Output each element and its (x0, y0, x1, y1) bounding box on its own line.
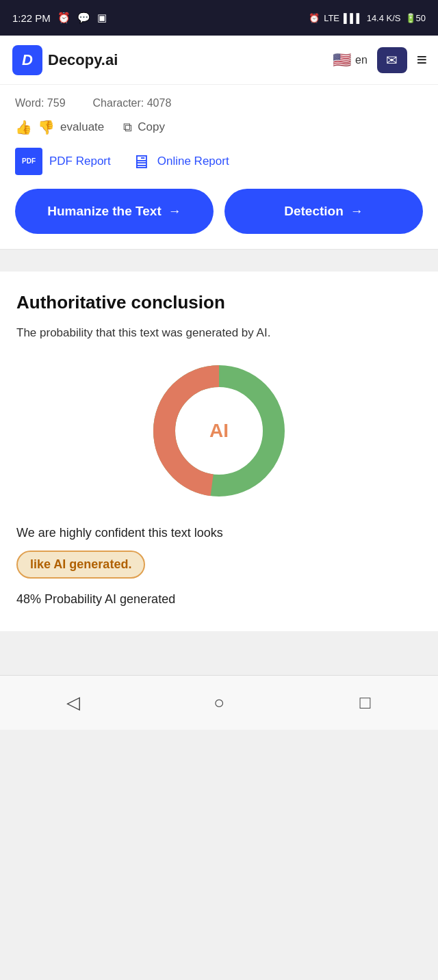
copy-group[interactable]: ⧉ Copy (123, 120, 165, 135)
word-count-row: Word: 759 Character: 4078 (15, 97, 423, 109)
navbar: D Decopy.ai 🇺🇸 en ✉ ≡ (0, 36, 438, 85)
evaluate-label: evaluate (60, 120, 104, 134)
home-icon: ○ (214, 692, 224, 713)
section-gap (0, 250, 438, 272)
lte-indicator: LTE (324, 13, 339, 23)
donut-center-label: AI (209, 420, 229, 442)
status-left: 1:22 PM ⏰ 💬 ▣ (12, 12, 107, 24)
pdf-icon-text: PDF (22, 158, 36, 165)
evaluate-group[interactable]: 👍 👎 evaluate (15, 119, 104, 135)
thumbs-down-icon: 👎 (38, 119, 55, 135)
ai-badge: like AI generated. (16, 551, 145, 579)
confidence-text: We are highly confident this text looks (16, 524, 422, 542)
flag-icon: 🇺🇸 (333, 51, 351, 69)
back-icon: ◁ (66, 692, 80, 713)
mail-icon[interactable]: ✉ (377, 47, 407, 73)
hamburger-menu-icon[interactable]: ≡ (417, 49, 426, 70)
recent-icon: □ (359, 692, 370, 713)
back-button[interactable]: ◁ (53, 689, 94, 716)
nav-right: 🇺🇸 en ✉ ≡ (333, 47, 426, 73)
time-display: 1:22 PM (12, 12, 51, 24)
word-label: Word: (15, 97, 44, 109)
logo-letter: D (22, 51, 33, 69)
monitor-icon: 🖥 (131, 150, 151, 173)
status-bar: 1:22 PM ⏰ 💬 ▣ ⏰ LTE ▌▌▌ 14.4 K/S 🔋50 (0, 0, 438, 36)
whatsapp-icon: 💬 (77, 12, 90, 24)
logo-text: Decopy.ai (48, 51, 118, 69)
signal-bars: ▌▌▌ (344, 13, 363, 23)
report-row: PDF PDF Report 🖥 Online Report (15, 148, 423, 175)
eval-row: 👍 👎 evaluate ⧉ Copy (15, 119, 423, 135)
language-label: en (355, 54, 368, 66)
action-row: Humanize the Text → Detection → (15, 189, 423, 234)
copy-label: Copy (138, 120, 165, 134)
recent-apps-button[interactable]: □ (344, 689, 385, 716)
probability-text: 48% Probability AI generated (16, 592, 422, 607)
pdf-report-button[interactable]: PDF PDF Report (15, 148, 111, 175)
bottom-nav: ◁ ○ □ (0, 675, 438, 730)
online-report-label: Online Report (157, 155, 229, 168)
home-button[interactable]: ○ (198, 689, 240, 716)
donut-chart: AI (151, 362, 287, 499)
conclusion-title: Authoritative conclusion (16, 292, 422, 313)
language-selector[interactable]: 🇺🇸 en (333, 51, 368, 69)
character-count: Character: 4078 (93, 97, 172, 109)
humanize-button[interactable]: Humanize the Text → (15, 189, 214, 234)
detection-button[interactable]: Detection → (224, 189, 423, 234)
alarm-icon-right: ⏰ (309, 13, 320, 23)
alarm-icon: ⏰ (57, 12, 70, 24)
thumbs-up-icon: 👍 (15, 119, 32, 135)
conclusion-card: Authoritative conclusion The probability… (0, 272, 438, 631)
logo-icon: D (12, 45, 42, 75)
detection-label: Detection (284, 204, 344, 219)
pdf-icon: PDF (15, 148, 42, 175)
sim-icon: ▣ (97, 12, 107, 24)
speed-indicator: 14.4 K/S (367, 13, 401, 23)
humanize-label: Humanize the Text (47, 204, 161, 219)
character-value: 4078 (147, 97, 172, 109)
logo-area: D Decopy.ai (12, 45, 118, 75)
top-card: Word: 759 Character: 4078 👍 👎 evaluate ⧉… (0, 85, 438, 250)
section-gap-2 (0, 631, 438, 653)
chart-container: AI (16, 362, 422, 499)
word-count: Word: 759 (15, 97, 66, 109)
pdf-report-label: PDF Report (49, 155, 111, 168)
status-right: ⏰ LTE ▌▌▌ 14.4 K/S 🔋50 (309, 13, 426, 23)
word-value: 759 (47, 97, 66, 109)
character-label: Character: (93, 97, 144, 109)
detection-arrow: → (350, 204, 363, 219)
battery-indicator: 🔋50 (405, 13, 426, 23)
conclusion-description: The probability that this text was gener… (16, 324, 422, 342)
humanize-arrow: → (168, 204, 181, 219)
copy-icon: ⧉ (123, 120, 132, 135)
online-report-button[interactable]: 🖥 Online Report (131, 150, 229, 173)
